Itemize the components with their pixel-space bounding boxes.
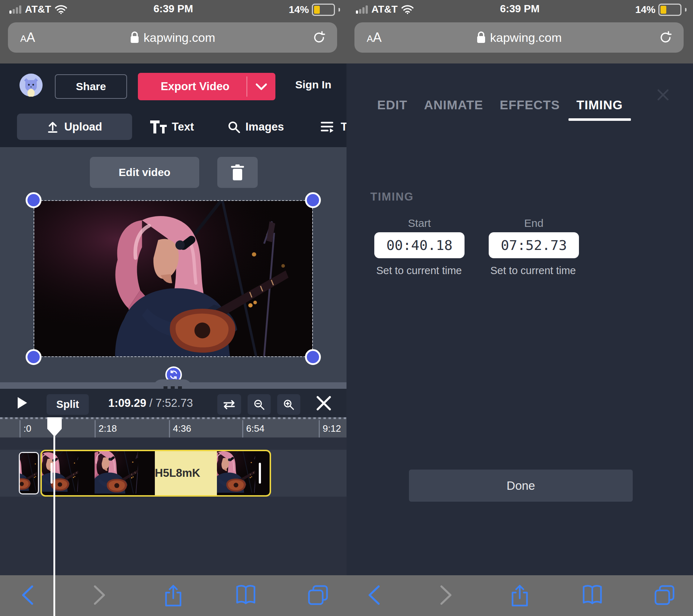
swap-arrows-icon [223,400,236,410]
trim-handle-right[interactable] [259,463,261,484]
delete-button[interactable] [217,157,258,188]
zoom-in-button[interactable] [277,394,300,415]
play-button[interactable] [17,396,28,409]
playhead-line[interactable] [53,417,55,616]
export-divider [247,76,247,97]
rotate-icon [169,370,178,379]
timeline-clip-fragment[interactable] [19,452,39,494]
subtitles-icon [321,120,336,133]
text-tool[interactable]: Text [150,120,194,133]
battery-tip [685,8,687,12]
fit-timeline-button[interactable] [217,394,241,415]
tab-animate[interactable]: ANIMATE [424,98,483,121]
ruler-tick: 2:18 [95,420,117,437]
clip-filename-label: H5L8mK [155,451,217,495]
start-time-input[interactable]: 00:40.18 [374,232,465,258]
tabs-icon[interactable] [308,585,328,606]
timeline-clip[interactable]: H5L8mK [40,450,271,497]
timing-section-title: TIMING [370,190,414,203]
url-domain: kapwing.com [144,31,215,45]
timing-panel: EDIT ANIMATE EFFECTS TIMING TIMING Start… [346,63,693,575]
video-layer-selection[interactable] [34,200,313,357]
bookmarks-icon[interactable] [582,585,603,605]
resize-handle-top-right[interactable] [305,192,321,208]
zoom-out-button[interactable] [248,394,271,415]
battery-percent-label: 14% [635,4,655,16]
subtitles-tool[interactable]: T [321,120,346,133]
trim-handle-left[interactable] [51,463,53,484]
right-screen: AT&T 6:39 PM 14% AA [346,0,693,616]
tab-effects[interactable]: EFFECTS [500,98,560,121]
browser-chrome: AT&T 6:39 PM 14% AA [346,0,693,63]
start-label: Start [374,217,465,229]
zoom-in-icon [283,399,295,410]
status-bar: AT&T 6:39 PM 14% [0,3,346,17]
kapwing-editor: Share Export Video Sign In Upload [0,63,346,575]
lock-icon [130,31,139,44]
resize-handle-bottom-right[interactable] [305,349,321,365]
lock-icon [476,31,486,44]
browser-chrome: AT&T 6:39 PM 14% AA [0,0,346,63]
ruler-tick: :0 [19,420,31,437]
set-start-to-current-link[interactable]: Set to current time [370,265,468,277]
trash-icon [231,164,244,180]
panel-tabs: EDIT ANIMATE EFFECTS TIMING [377,98,623,121]
clip-thumbnail [217,451,270,495]
battery-tip [339,8,340,12]
sign-in-link[interactable]: Sign In [295,79,331,91]
url-domain: kapwing.com [490,31,562,45]
tabs-icon[interactable] [654,585,675,606]
text-tool-icon [150,120,167,133]
left-screen: AT&T 6:39 PM 14% AA [0,0,346,616]
safari-toolbar [346,575,693,616]
set-end-to-current-link[interactable]: Set to current time [484,265,582,277]
split-button[interactable]: Split [47,394,89,415]
address-bar[interactable]: AA kapwing.com [8,22,337,53]
resize-handle-bottom-left[interactable] [26,349,42,365]
share-icon[interactable] [163,585,183,607]
upload-button[interactable]: Upload [17,114,132,140]
chevron-down-icon[interactable] [255,83,267,91]
clip-thumbnail [95,451,155,495]
images-tool[interactable]: Images [227,120,284,133]
reload-button[interactable] [658,30,673,45]
export-video-button[interactable]: Export Video [138,73,275,100]
battery-percent-label: 14% [289,4,309,16]
zoom-out-icon [253,399,265,410]
search-icon [227,120,240,133]
video-preview[interactable] [34,201,312,356]
ruler-tick: 4:36 [169,420,191,437]
forward-button[interactable] [439,585,453,606]
screenshot-root: AT&T 6:39 PM 14% AA [0,0,693,616]
bookmarks-icon[interactable] [235,585,256,605]
share-icon[interactable] [510,585,530,607]
avatar[interactable] [19,74,43,97]
back-button[interactable] [367,585,381,606]
safari-toolbar [0,575,346,616]
tab-timing[interactable]: TIMING [576,98,623,121]
close-timeline-button[interactable] [315,395,332,412]
reader-mode-button[interactable]: AA [367,30,382,45]
timeline-controls: Split 1:09.29 / 7:52.73 [0,389,346,417]
address-bar[interactable]: AA kapwing.com [354,22,684,53]
upload-icon [47,121,58,133]
playhead-marker[interactable] [47,417,62,437]
end-label: End [489,217,579,229]
back-button[interactable] [20,585,35,606]
timecode-display: 1:09.29 / 7:52.73 [108,389,193,417]
end-time-input[interactable]: 07:52.73 [489,232,579,258]
battery-icon [658,4,681,16]
timeline-track-area: H5L8mK [0,437,346,575]
ruler-tick: 6:54 [242,420,265,437]
reader-mode-button[interactable]: AA [20,30,35,45]
status-bar: AT&T 6:39 PM 14% [346,3,693,17]
share-button[interactable]: Share [55,74,127,99]
tab-edit[interactable]: EDIT [377,98,407,121]
edit-video-button[interactable]: Edit video [90,157,199,188]
close-panel-button[interactable] [657,89,669,101]
ruler-tick: 9:12 [319,420,341,437]
forward-button[interactable] [92,585,107,606]
done-button[interactable]: Done [409,470,633,502]
reload-button[interactable] [312,30,326,45]
resize-handle-top-left[interactable] [26,192,42,208]
